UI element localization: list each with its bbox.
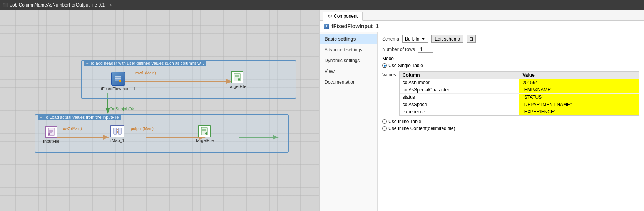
node-targetFile2[interactable]: TargetFile bbox=[195, 125, 214, 143]
col-header-column: Column bbox=[400, 72, 520, 79]
component-tab[interactable]: ⚙ Component bbox=[323, 12, 363, 21]
group-box-1: − To add header with user defined values… bbox=[81, 60, 296, 99]
canvas-area: − To add header with user defined values… bbox=[0, 10, 319, 211]
group1-collapse[interactable]: − bbox=[86, 61, 89, 66]
subjob-label: OnSubjobOk bbox=[110, 106, 134, 111]
values-label: Values bbox=[382, 71, 396, 116]
group-box-2-title: − To Load actual values from the inputFi… bbox=[38, 115, 121, 120]
group-box-2: − To Load actual values from the inputFi… bbox=[35, 114, 289, 153]
radio-inline-content[interactable]: Use Inline Content(delimited file) bbox=[382, 126, 639, 131]
radio-single-table-circle bbox=[382, 63, 387, 68]
col-header-value: Value bbox=[519, 72, 639, 79]
targetFile1-icon bbox=[231, 71, 243, 83]
svg-rect-6 bbox=[115, 76, 121, 77]
radio-inline-table[interactable]: Use Inline Table bbox=[382, 119, 639, 124]
cell-column-2: status bbox=[400, 94, 520, 101]
tFixedFlowInput-label: tFixedFlowInput_1 bbox=[101, 86, 135, 91]
schema-label: Schema bbox=[382, 36, 399, 42]
cell-value-3: "DEPARTMENT NAME" bbox=[519, 101, 639, 108]
svg-rect-21 bbox=[118, 128, 121, 134]
table-row[interactable]: colAsSpecialCharacter "EMP&NAME" bbox=[400, 86, 639, 94]
cell-column-4: experience bbox=[400, 108, 520, 115]
tFixedFlowInput-icon: ▲ bbox=[111, 72, 125, 86]
tMap-label: tMap_1 bbox=[110, 138, 125, 143]
component-title: F tFixedFlowInput_1 bbox=[320, 21, 644, 32]
cell-column-1: colAsSpecialCharacter bbox=[400, 86, 520, 93]
targetFile1-label: TargetFile bbox=[228, 84, 246, 89]
radio-inline-content-circle bbox=[382, 126, 387, 131]
component-body: Basic settings Advanced settings Dynamic… bbox=[320, 32, 644, 211]
mode-section: Mode Use Single Table bbox=[382, 56, 639, 68]
component-tab-label: Component bbox=[334, 14, 358, 19]
cell-value-4: "EXPERIENCE" bbox=[519, 108, 639, 115]
output-arrow-label: putput (Main) bbox=[131, 127, 154, 131]
table-row[interactable]: colAsnumber 201564 bbox=[400, 79, 639, 86]
group-box-1-title: − To add header with user defined values… bbox=[84, 61, 206, 66]
title-bar-close[interactable]: × bbox=[110, 3, 112, 7]
group2-collapse[interactable]: − bbox=[40, 115, 42, 120]
num-rows-label: Number of rows bbox=[382, 47, 415, 52]
num-rows-input[interactable] bbox=[418, 46, 433, 53]
tMap-icon bbox=[110, 125, 124, 137]
row1-arrow-label: row1 (Main) bbox=[135, 71, 156, 75]
num-rows-row: Number of rows bbox=[382, 46, 639, 53]
svg-text:▲: ▲ bbox=[119, 79, 121, 82]
values-table-header: Column Value bbox=[400, 72, 639, 79]
cell-column-3: colAsSpace bbox=[400, 101, 520, 108]
cell-column-0: colAsnumber bbox=[400, 79, 520, 86]
targetFile2-icon bbox=[198, 125, 211, 137]
nav-documentation[interactable]: Documentation bbox=[320, 77, 377, 88]
values-section: Values Column Value colAsnumber 201564 bbox=[382, 71, 639, 116]
table-row[interactable]: status "STATUS" bbox=[400, 94, 639, 101]
group1-title-text: To add header with user defined values s… bbox=[90, 61, 204, 66]
node-tFixedFlowInput[interactable]: ▲ tFixedFlowInput_1 bbox=[101, 72, 135, 91]
component-panel: ⚙ Component F tFixedFlowInput_1 Basic se… bbox=[319, 10, 644, 211]
table-row[interactable]: experience "EXPERIENCE" bbox=[400, 108, 639, 115]
row2-arrow-label: row2 (Main) bbox=[62, 127, 82, 131]
cell-value-1: "EMP&NAME" bbox=[519, 86, 639, 93]
connections-svg bbox=[0, 10, 319, 211]
schema-type-dropdown[interactable]: Built-In ▼ bbox=[402, 35, 428, 43]
left-nav: Basic settings Advanced settings Dynamic… bbox=[320, 32, 378, 211]
title-bar-icon: ⬛ bbox=[3, 3, 8, 7]
title-bar: ⬛ Job ColumnNameAsNumberForOutputFile 0.… bbox=[0, 0, 644, 10]
nav-basic-settings[interactable]: Basic settings bbox=[320, 34, 377, 44]
radio-single-table[interactable]: Use Single Table bbox=[382, 63, 639, 68]
mode-label: Mode bbox=[382, 56, 639, 61]
nav-view[interactable]: View bbox=[320, 66, 377, 77]
svg-point-19 bbox=[48, 133, 50, 135]
component-header-icon: F bbox=[324, 24, 329, 29]
component-tab-bar: ⚙ Component bbox=[320, 10, 644, 21]
values-table: Column Value colAsnumber 201564 colAsSpe… bbox=[399, 71, 639, 116]
table-row[interactable]: colAsSpace "DEPARTMENT NAME" bbox=[400, 101, 639, 108]
edit-schema-button[interactable]: Edit schema bbox=[431, 35, 463, 43]
component-tab-icon: ⚙ bbox=[328, 14, 332, 19]
schema-more-button[interactable]: ⊟ bbox=[467, 35, 476, 43]
node-tMap[interactable]: tMap_1 bbox=[110, 125, 125, 143]
node-targetFile1[interactable]: TargetFile bbox=[228, 71, 246, 89]
group2-title-text: To Load actual values from the inputFile bbox=[44, 115, 119, 120]
inputFile-icon bbox=[45, 126, 57, 138]
settings-content: Schema Built-In ▼ Edit schema ⊟ Number o… bbox=[378, 32, 644, 211]
dropdown-chevron-icon: ▼ bbox=[421, 36, 425, 42]
node-inputFile[interactable]: InputFile bbox=[43, 126, 59, 143]
main-layout: − To add header with user defined values… bbox=[0, 10, 644, 211]
svg-rect-20 bbox=[114, 128, 117, 134]
component-name-text: tFixedFlowInput_1 bbox=[331, 23, 379, 29]
radio-inline-table-circle bbox=[382, 119, 387, 124]
targetFile2-label: TargetFile bbox=[195, 138, 214, 143]
nav-dynamic-settings[interactable]: Dynamic settings bbox=[320, 55, 377, 66]
inputFile-label: InputFile bbox=[43, 139, 59, 143]
cell-value-2: "STATUS" bbox=[519, 94, 639, 101]
title-bar-text: Job ColumnNameAsNumberForOutputFile 0.1 bbox=[10, 2, 105, 8]
nav-advanced-settings[interactable]: Advanced settings bbox=[320, 44, 377, 55]
cell-value-0: 201564 bbox=[519, 79, 639, 86]
schema-row: Schema Built-In ▼ Edit schema ⊟ bbox=[382, 35, 639, 43]
